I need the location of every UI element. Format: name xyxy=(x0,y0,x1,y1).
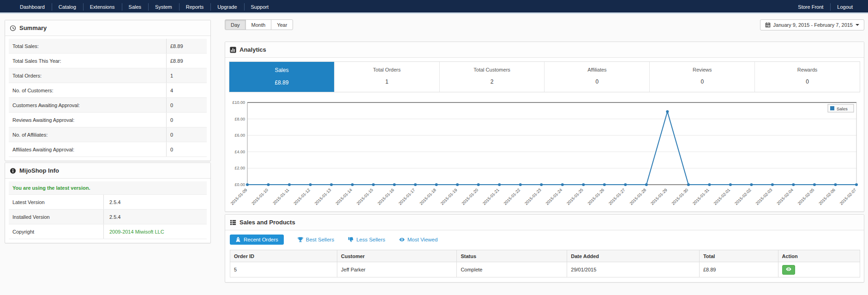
svg-text:2015-01-28: 2015-01-28 xyxy=(629,187,647,206)
nav-item-dashboard[interactable]: Dashboard xyxy=(13,0,52,14)
svg-text:2015-02-01: 2015-02-01 xyxy=(713,187,731,206)
svg-text:2015-02-04: 2015-02-04 xyxy=(776,187,794,206)
summary-rows: Total Sales:£8.89Total Sales This Year:£… xyxy=(5,36,210,161)
sales-products-header: Sales and Products xyxy=(225,215,864,230)
clock-icon xyxy=(10,25,16,31)
analytics-tab-label: Total Customers xyxy=(440,67,545,72)
nav-item-upgrade[interactable]: Upgrade xyxy=(210,0,244,14)
analytics-title: Analytics xyxy=(239,46,266,53)
summary-row-label: Total Orders: xyxy=(9,68,166,83)
range-button-day[interactable]: Day xyxy=(225,19,246,30)
range-button-month[interactable]: Month xyxy=(245,19,272,30)
nav-item-catalog[interactable]: Catalog xyxy=(52,0,83,14)
summary-panel: Summary Total Sales:£8.89Total Sales Thi… xyxy=(5,20,211,161)
copyright-link[interactable]: 2009-2014 Miwisoft LLC xyxy=(104,224,207,239)
svg-text:£0.00: £0.00 xyxy=(234,182,245,187)
summary-row-value: 0 xyxy=(166,98,207,112)
summary-row: Customers Awaiting Approval:0 xyxy=(9,98,207,113)
nav-item-support[interactable]: Support xyxy=(244,0,276,14)
svg-text:2015-01-11: 2015-01-11 xyxy=(272,187,290,205)
svg-text:2015-01-25: 2015-01-25 xyxy=(566,187,584,206)
column-header-total: Total xyxy=(699,250,778,262)
range-button-group: DayMonthYear xyxy=(225,19,293,30)
thumbs-down-icon xyxy=(348,237,353,242)
summary-row-value: 0 xyxy=(166,142,207,157)
svg-text:£6.00: £6.00 xyxy=(234,133,245,138)
analytics-header: Analytics xyxy=(225,42,864,58)
summary-row-value: £8.89 xyxy=(166,39,207,53)
mijoshop-info-title: MijoShop Info xyxy=(19,167,59,174)
mijoshop-info-header: MijoShop Info xyxy=(5,163,210,179)
analytics-tab-label: Sales xyxy=(229,67,334,73)
svg-text:2015-02-06: 2015-02-06 xyxy=(818,187,836,206)
info-row: Copyright2009-2014 Miwisoft LLC xyxy=(9,224,207,239)
analytics-tab-total-customers[interactable]: Total Customers2 xyxy=(439,62,545,92)
info-rows: Latest Version2.5.4Installed Version2.5.… xyxy=(5,195,210,243)
nav-item-store-front[interactable]: Store Front xyxy=(791,0,830,14)
svg-text:£4.00: £4.00 xyxy=(234,150,245,154)
summary-row: No. of Affiliates:0 xyxy=(9,127,207,142)
svg-text:£10.00: £10.00 xyxy=(232,100,245,105)
nav-item-logout[interactable]: Logout xyxy=(830,0,860,14)
nav-item-reports[interactable]: Reports xyxy=(179,0,211,14)
summary-row-label: No. of Customers: xyxy=(9,83,166,97)
analytics-tab-reviews[interactable]: Reviews0 xyxy=(649,62,754,92)
nav-item-extensions[interactable]: Extensions xyxy=(83,0,122,14)
action-cell xyxy=(778,262,860,277)
summary-title: Summary xyxy=(19,24,47,31)
date-range-label: January 9, 2015 - February 7, 2015 xyxy=(773,22,853,28)
svg-text:2015-02-02: 2015-02-02 xyxy=(734,187,752,206)
tab-label: Recent Orders xyxy=(244,237,278,242)
trophy-icon xyxy=(298,237,303,242)
analytics-tab-label: Affiliates xyxy=(545,67,649,72)
info-row-label: Latest Version xyxy=(9,195,104,209)
svg-text:2015-02-07: 2015-02-07 xyxy=(839,187,857,206)
analytics-tab-label: Rewards xyxy=(755,67,860,72)
svg-text:2015-01-17: 2015-01-17 xyxy=(398,187,416,206)
column-header-order-id: Order ID xyxy=(230,250,337,262)
total-cell: £8.89 xyxy=(699,262,778,277)
summary-row-label: No. of Affiliates: xyxy=(9,127,166,142)
view-order-button[interactable] xyxy=(782,265,795,275)
mijoshop-info-panel: MijoShop Info You are using the latest v… xyxy=(5,163,211,243)
analytics-tab-total-orders[interactable]: Total Orders1 xyxy=(334,62,439,92)
sales-products-panel: Sales and Products Recent OrdersBest Sel… xyxy=(225,214,864,283)
sales-products-tabs: Recent OrdersBest SellersLess SellersMos… xyxy=(225,230,864,249)
analytics-tab-value: 0 xyxy=(755,78,860,85)
summary-row: Affiliates Awaiting Approval:0 xyxy=(9,142,207,157)
analytics-tab-label: Total Orders xyxy=(335,67,439,72)
svg-text:2015-01-23: 2015-01-23 xyxy=(524,187,542,206)
nav-item-system[interactable]: System xyxy=(148,0,179,14)
summary-row-label: Total Sales This Year: xyxy=(9,54,166,68)
nav-item-sales[interactable]: Sales xyxy=(122,0,149,14)
column-header-date-added: Date Added xyxy=(567,250,700,262)
order-id-cell: 5 xyxy=(230,262,337,277)
status-cell: Complete xyxy=(457,262,567,277)
tab-most-viewed[interactable]: Most Viewed xyxy=(399,237,438,242)
tab-less-sellers[interactable]: Less Sellers xyxy=(348,237,385,242)
sales-chart-container: £0.00£2.00£4.00£6.00£8.00£10.002015-01-0… xyxy=(229,96,860,210)
info-row-label: Copyright xyxy=(9,224,104,239)
sales-line-chart: £0.00£2.00£4.00£6.00£8.00£10.002015-01-0… xyxy=(229,96,860,209)
date-range-button[interactable]: January 9, 2015 - February 7, 2015 xyxy=(760,19,864,30)
range-button-year[interactable]: Year xyxy=(271,19,293,30)
tab-label: Best Sellers xyxy=(306,237,334,242)
svg-text:2015-01-18: 2015-01-18 xyxy=(419,187,437,206)
analytics-tab-sales[interactable]: Sales£8.89 xyxy=(229,62,334,92)
chart-legend: Sales xyxy=(828,104,854,112)
svg-text:2015-01-21: 2015-01-21 xyxy=(482,187,500,206)
analytics-tab-value: £8.89 xyxy=(229,79,334,86)
svg-text:2015-01-20: 2015-01-20 xyxy=(461,187,479,206)
svg-text:2015-01-16: 2015-01-16 xyxy=(377,187,395,206)
summary-row-value: 0 xyxy=(166,127,207,142)
summary-header: Summary xyxy=(5,20,210,36)
tab-recent-orders[interactable]: Recent Orders xyxy=(230,235,284,245)
svg-text:2015-01-10: 2015-01-10 xyxy=(251,187,269,206)
svg-text:2015-01-29: 2015-01-29 xyxy=(650,187,668,206)
svg-text:2015-01-13: 2015-01-13 xyxy=(314,187,332,206)
tab-best-sellers[interactable]: Best Sellers xyxy=(298,237,334,242)
svg-text:Sales: Sales xyxy=(837,106,848,111)
analytics-tab-affiliates[interactable]: Affiliates0 xyxy=(544,62,649,92)
version-status-message: You are using the latest version. xyxy=(9,181,207,195)
analytics-tab-rewards[interactable]: Rewards0 xyxy=(754,62,860,92)
